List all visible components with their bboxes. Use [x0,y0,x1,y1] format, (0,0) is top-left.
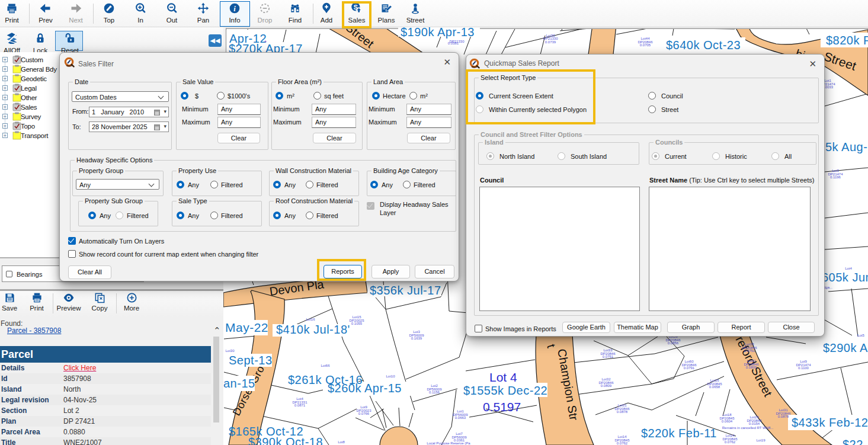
svg-text:0.0878: 0.0878 [778,415,789,418]
svg-text:0.0809: 0.0809 [601,384,612,388]
svg-text:0.0809: 0.0809 [746,366,757,369]
svg-text:0.0878: 0.0878 [617,410,628,414]
svg-text:5k Aug-1: 5k Aug-1 [825,140,868,153]
svg-text:0.0751: 0.0751 [744,349,755,353]
svg-text:$22: $22 [843,438,863,445]
svg-text:Lot30: Lot30 [225,349,235,353]
svg-text:0.0762: 0.0762 [617,441,628,445]
svg-text:$260k Apr-15: $260k Apr-15 [328,382,402,395]
svg-text:$640k Oct-23: $640k Oct-23 [666,39,741,52]
svg-text:0.1055: 0.1055 [351,322,363,325]
svg-text:0.0154: 0.0154 [749,422,760,425]
svg-text:Local Purpose Reserve (Pa: Local Purpose Reserve (Pa [427,441,470,445]
svg-text:0.0604: 0.0604 [722,420,733,423]
svg-text:0.0766: 0.0766 [358,412,370,415]
svg-text:$433k Feb-12: $433k Feb-12 [792,416,868,429]
svg-text:$410k Jul-18': $410k Jul-18' [276,323,350,336]
svg-text:0.5197: 0.5197 [483,400,521,414]
svg-text:Lot5: Lot5 [857,334,864,337]
svg-text:i: i [233,5,236,13]
svg-text:0.0762: 0.0762 [725,440,736,444]
svg-text:$1555k Dec-22: $1555k Dec-22 [463,384,547,397]
svg-text:0.1639: 0.1639 [411,337,422,340]
svg-text:0.0705: 0.0705 [640,43,651,47]
svg-text:0.1100: 0.1100 [798,366,809,370]
svg-text:$820k F: $820k F [826,34,868,47]
svg-text:0.0581: 0.0581 [448,41,459,45]
svg-text:Lot19: Lot19 [756,438,765,442]
svg-text:0.0871: 0.0871 [294,404,306,407]
svg-text:605k Jun-: 605k Jun- [822,271,868,284]
svg-text:$190k Apr-13: $190k Apr-13 [401,25,475,39]
svg-text:0.0663: 0.0663 [455,416,466,420]
svg-text:0.0791: 0.0791 [684,366,695,370]
svg-text:0.1156: 0.1156 [429,390,440,394]
svg-text:May-22: May-22 [225,321,268,334]
svg-text:Sept-13: Sept-13 [229,354,273,367]
svg-text:Remains in cancelled RT WN8...: Remains in cancelled RT WN8... [722,426,774,430]
svg-text:Lot66: Lot66 [321,364,330,367]
svg-text:0.0751: 0.0751 [603,355,614,358]
svg-text:0.0739: 0.0739 [545,40,556,44]
svg-text:0.0658: 0.0658 [709,385,720,389]
svg-text:$220k Feb-11: $220k Feb-11 [641,427,717,440]
svg-text:Lot4: Lot4 [845,267,852,270]
svg-text:Lot8: Lot8 [338,440,345,444]
svg-text:0.0856: 0.0856 [668,341,679,345]
svg-text:$390k Oct-18: $390k Oct-18 [248,436,323,445]
svg-text:$356k Jul-17: $356k Jul-17 [370,284,441,297]
svg-text:Lot10: Lot10 [386,374,395,378]
svg-text:$290k A: $290k A [823,341,868,354]
svg-text:0.1196: 0.1196 [830,175,841,179]
svg-text:Lot 4: Lot 4 [489,370,517,384]
svg-text:an-15: an-15 [223,377,255,390]
svg-text:Lot16: Lot16 [306,318,315,321]
